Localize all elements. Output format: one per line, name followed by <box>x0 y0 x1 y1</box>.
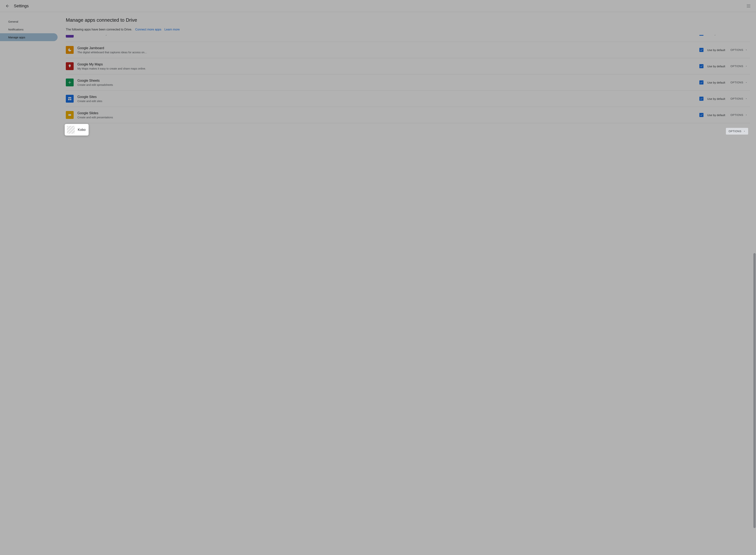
app-text: Google Sheets Create and edit spreadshee… <box>77 79 699 86</box>
app-options-button[interactable]: OPTIONS <box>728 95 750 102</box>
app-description: Create and edit sites <box>77 100 699 102</box>
app-name: Google Slides <box>77 111 699 115</box>
svg-point-4 <box>748 6 749 6</box>
svg-point-0 <box>747 4 748 5</box>
svg-point-2 <box>750 4 750 5</box>
app-options-button[interactable]: OPTIONS <box>728 47 750 53</box>
sidebar-item-label: Notifications <box>8 28 24 31</box>
google-my-maps-icon <box>66 62 74 70</box>
use-by-default-label: Use by default <box>707 81 728 84</box>
sidebar-item-label: General <box>8 20 18 23</box>
options-label: OPTIONS <box>728 130 742 133</box>
back-button[interactable] <box>4 2 11 10</box>
settings-sidebar: General Notifications Manage apps <box>0 12 60 555</box>
svg-point-3 <box>747 6 748 6</box>
use-by-default-label: Use by default <box>707 48 728 52</box>
app-name: Google Jamboard <box>77 46 699 50</box>
google-forms-icon <box>66 35 74 38</box>
svg-point-7 <box>748 7 749 7</box>
svg-point-6 <box>747 7 748 7</box>
options-label: OPTIONS <box>730 48 743 51</box>
app-row-google-my-maps: Google My Maps My Maps makes it easy to … <box>66 58 750 74</box>
chevron-down-icon <box>745 65 747 67</box>
app-description: Create forms and surveys <box>77 35 699 36</box>
app-description: Create and edit spreadsheets <box>77 83 699 86</box>
app-options-button[interactable]: OPTIONS <box>728 63 750 70</box>
chevron-down-icon <box>745 114 747 116</box>
sidebar-item-general[interactable]: General <box>0 17 57 26</box>
app-text: Google My Maps My Maps makes it easy to … <box>77 62 699 70</box>
sidebar-item-manage-apps[interactable]: Manage apps <box>0 33 57 41</box>
use-by-default-checkbox[interactable] <box>699 48 704 52</box>
top-bar: Settings <box>0 0 756 12</box>
svg-rect-14 <box>70 81 70 84</box>
use-by-default-label: Use by default <box>707 114 728 117</box>
use-by-default-label: Use by default <box>707 35 728 35</box>
manage-apps-panel: Manage apps connected to Drive The follo… <box>60 12 756 555</box>
chevron-down-icon <box>743 130 746 132</box>
learn-more-link[interactable]: Learn more <box>164 28 180 31</box>
arrow-left-icon <box>5 4 10 8</box>
app-options-button-kobo[interactable]: OPTIONS <box>726 128 748 135</box>
google-jamboard-icon <box>66 46 74 54</box>
use-by-default-label: Use by default <box>707 65 728 68</box>
app-name: Kobo <box>78 128 86 132</box>
app-options-button[interactable]: OPTIONS <box>728 112 750 118</box>
app-row-google-jamboard: Google Jamboard The digital whiteboard t… <box>66 42 750 58</box>
svg-point-8 <box>750 7 750 7</box>
chevron-down-icon <box>745 97 747 100</box>
google-sites-icon <box>66 95 74 102</box>
app-name: Google Sheets <box>77 79 699 83</box>
apps-grid-icon <box>747 4 750 8</box>
app-name: Google My Maps <box>77 62 699 67</box>
options-label: OPTIONS <box>730 65 743 68</box>
sidebar-item-notifications[interactable]: Notifications <box>0 26 57 33</box>
google-slides-icon <box>66 111 74 119</box>
app-text: x Create forms and surveys <box>77 35 699 36</box>
connect-more-apps-link[interactable]: Connect more apps <box>135 28 161 31</box>
chevron-down-icon <box>745 81 747 84</box>
app-description: Create and edit presentations <box>77 116 699 119</box>
app-text: Google Sites Create and edit sites <box>77 95 699 102</box>
use-by-default-checkbox[interactable] <box>699 97 704 101</box>
app-row-google-sites: Google Sites Create and edit sites Use b… <box>66 91 750 107</box>
kobo-icon <box>67 126 75 134</box>
panel-description: The following apps have been connected t… <box>66 28 132 31</box>
app-text <box>77 129 728 133</box>
options-label: OPTIONS <box>730 97 743 100</box>
app-row-google-forms: x Create forms and surveys Use by defaul… <box>66 35 750 42</box>
use-by-default-checkbox[interactable] <box>699 80 704 85</box>
google-apps-button[interactable] <box>745 2 752 10</box>
chevron-down-icon <box>745 49 747 51</box>
options-label: OPTIONS <box>730 81 743 84</box>
scrollbar-thumb[interactable] <box>753 253 756 528</box>
options-label: OPTIONS <box>730 114 743 117</box>
svg-rect-18 <box>69 114 71 116</box>
app-name <box>77 129 728 133</box>
use-by-default-checkbox[interactable] <box>699 64 704 68</box>
app-options-button[interactable]: OPTIONS <box>728 79 750 86</box>
app-row-google-slides: Google Slides Create and edit presentati… <box>66 107 750 123</box>
panel-header: Manage apps connected to Drive The follo… <box>60 17 756 31</box>
svg-rect-17 <box>70 99 71 100</box>
use-by-default-checkbox[interactable] <box>699 35 704 36</box>
options-label: OPTIONS <box>730 35 743 35</box>
app-row-kobo-highlight[interactable]: Kobo <box>65 124 89 135</box>
sidebar-item-label: Manage apps <box>8 36 25 39</box>
app-options-button[interactable]: OPTIONS <box>728 35 750 37</box>
app-description: My Maps makes it easy to create and shar… <box>77 67 699 70</box>
panel-description-row: The following apps have been connected t… <box>66 28 750 31</box>
app-list[interactable]: x Create forms and surveys Use by defaul… <box>60 35 756 550</box>
scrollbar-track[interactable] <box>753 53 756 553</box>
body: General Notifications Manage apps Manage… <box>0 12 756 555</box>
svg-point-5 <box>750 6 750 6</box>
page-title: Settings <box>14 4 29 8</box>
use-by-default-label: Use by default <box>707 97 728 100</box>
use-by-default-checkbox[interactable] <box>699 113 704 117</box>
app-text: Google Slides Create and edit presentati… <box>77 111 699 119</box>
app-description: The digital whiteboard that captures ide… <box>77 51 699 54</box>
app-name: Google Sites <box>77 95 699 99</box>
svg-point-1 <box>748 4 749 5</box>
google-sheets-icon <box>66 79 74 86</box>
app-row-kobo: OPTIONS <box>66 123 750 139</box>
